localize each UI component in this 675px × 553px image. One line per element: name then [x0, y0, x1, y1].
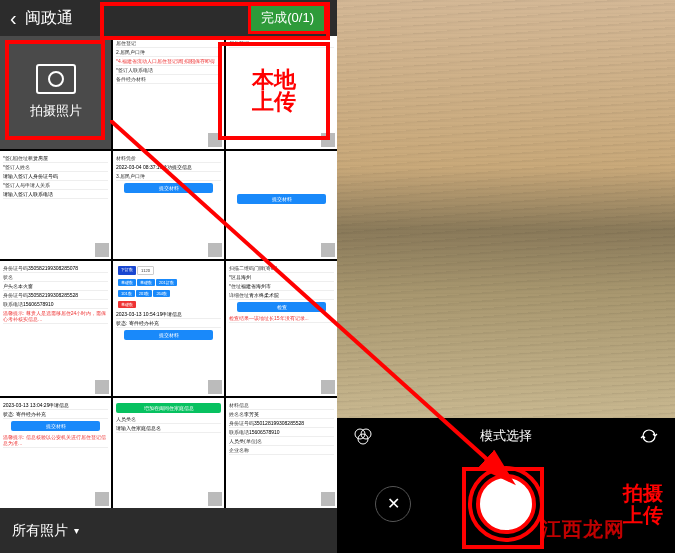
checkbox-icon — [321, 133, 335, 147]
thumb-2[interactable]: 居住登记 2.居民户口簿 *4.福建省流动人口居住登记调[拟图]保存即得 *签订… — [113, 36, 224, 149]
thumb-8[interactable]: 下訂数 1120 基礎数 基礎数 201訂数 101数 201数 264数 基礎… — [113, 261, 224, 396]
checkbox-icon — [321, 492, 335, 506]
header-title: 闽政通 — [25, 8, 249, 29]
checkbox-icon — [321, 380, 335, 394]
checkbox-icon — [208, 243, 222, 257]
photo-picker-screen: ‹ 闽政通 完成(0/1) 本地 上传 拍摄照片 居住登记 2.居民户口簿 *4… — [0, 0, 337, 553]
check-btn: 检查 — [237, 302, 326, 312]
thumb-9[interactable]: 扫描二维码门牌(寄码) *区县 海州 *住址 福建省海州市 详细住址 青水终柔术… — [226, 261, 337, 396]
back-icon[interactable]: ‹ — [10, 7, 17, 30]
checkbox-icon — [95, 492, 109, 506]
footer-bar[interactable]: 所有照片 ▾ — [0, 508, 337, 553]
done-button[interactable]: 完成(0/1) — [248, 2, 327, 34]
thumb-7[interactable]: 身份证号码 350582199308285078 状名 户头名 本火窗 身份证号… — [0, 261, 111, 396]
camera-controls: 模式选择 ✕ 拍摄 上传 — [337, 418, 675, 553]
checkbox-icon — [208, 133, 222, 147]
thumb-10[interactable]: 2023-03-13 13:04:29申请信息 状态: 寄件经办补充 提交材料 … — [0, 398, 111, 509]
camera-viewfinder — [337, 0, 675, 418]
shutter-button[interactable] — [476, 474, 536, 534]
camera-screen: 模式选择 ✕ 拍摄 上传 — [337, 0, 675, 553]
mode-label[interactable]: 模式选择 — [480, 427, 532, 445]
switch-camera-icon[interactable] — [639, 426, 659, 446]
thumb-4[interactable]: *签(居)住址 租赁房屋 *签订人姓名 请输入签订人身份证号码 *签订人与申请人… — [0, 151, 111, 260]
camera-label: 拍摄照片 — [30, 102, 82, 120]
checkbox-icon — [208, 492, 222, 506]
filter-icon[interactable] — [353, 426, 373, 446]
thumb-5[interactable]: 材料凭价 2022-03-04 08:37:19成功提交信息 3.居民户口簿 提… — [113, 151, 224, 260]
submit-btn: 提交材料 — [124, 183, 213, 193]
chevron-down-icon: ▾ — [74, 525, 79, 536]
submit-btn: 提交材料 — [237, 194, 326, 204]
photo-grid: 拍摄照片 居住登记 2.居民户口簿 *4.福建省流动人口居住登记调[拟图]保存即… — [0, 36, 337, 508]
checkbox-icon — [95, 243, 109, 257]
cancel-button[interactable]: ✕ — [375, 486, 411, 522]
shoot-annotation: 拍摄 上传 — [623, 482, 663, 526]
checkbox-icon — [95, 380, 109, 394]
camera-cell[interactable]: 拍摄照片 — [0, 36, 111, 149]
header-bar: ‹ 闽政通 完成(0/1) — [0, 0, 337, 36]
submit-btn: 提交材料 — [124, 330, 213, 340]
checkbox-icon — [208, 380, 222, 394]
submit-btn: 提交材料 — [11, 421, 100, 431]
thumb-3[interactable]: 居住登记 — [226, 36, 337, 149]
add-btn: 增加在闽同住家庭信息 — [116, 403, 221, 413]
thumb-12[interactable]: 材料信息 姓名名 李芳英 身份证号码 350128199308285528 联系… — [226, 398, 337, 509]
checkbox-icon — [321, 243, 335, 257]
thumb-6[interactable]: 提交材料 — [226, 151, 337, 260]
camera-icon — [36, 64, 76, 94]
thumb-11[interactable]: 增加在闽同住家庭信息 人员类名 请输入住家庭信息名 — [113, 398, 224, 509]
album-selector-label: 所有照片 — [12, 522, 68, 540]
